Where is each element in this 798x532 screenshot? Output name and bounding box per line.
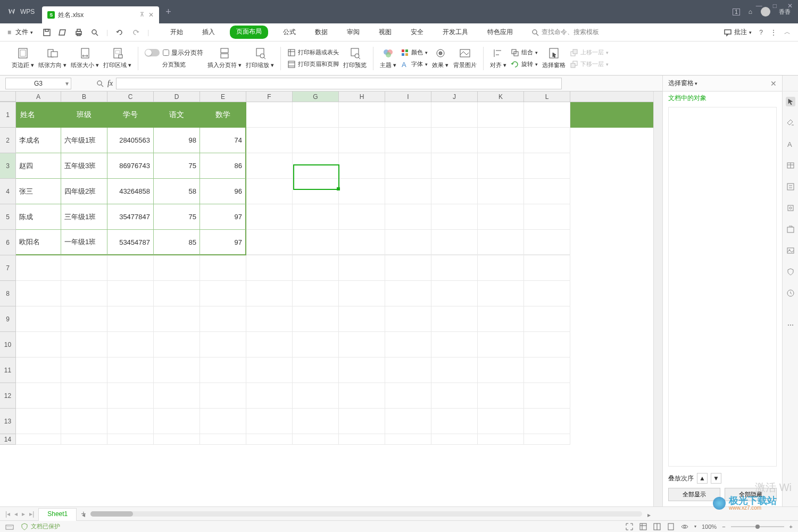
print-scale-button[interactable]: 打印缩放 ▾ — [246, 47, 274, 69]
hamburger-icon[interactable]: ≡ — [7, 29, 11, 36]
pin-icon[interactable]: ⊼ — [140, 11, 144, 19]
close-tab-icon[interactable]: ✕ — [148, 11, 154, 19]
fx-button[interactable]: fx — [107, 79, 113, 88]
align-button[interactable]: 对齐 ▾ — [490, 47, 506, 69]
more-dots-icon[interactable]: ⋯ — [786, 320, 795, 330]
properties-icon[interactable] — [786, 182, 795, 192]
eye-icon[interactable] — [680, 522, 689, 531]
insert-pagebreak-button[interactable]: 插入分页符 ▾ — [207, 47, 242, 69]
col-header-J[interactable]: J — [431, 92, 478, 102]
col-header-H[interactable]: H — [339, 92, 385, 102]
new-tab-button[interactable]: + — [165, 6, 171, 18]
sheet-prev-icon[interactable]: ◂ — [14, 510, 18, 518]
horizontal-scrollbar[interactable]: ◂ ▸ — [90, 511, 642, 517]
tab-data[interactable]: 数据 — [311, 26, 332, 39]
fullscreen-icon[interactable] — [625, 522, 634, 531]
scroll-thumb[interactable] — [90, 511, 133, 517]
tab-developer[interactable]: 开发工具 — [438, 26, 472, 39]
col-header-D[interactable]: D — [154, 92, 200, 102]
image-icon[interactable] — [786, 246, 795, 255]
chevron-down-icon[interactable]: ▾ — [695, 81, 697, 86]
pagebreak-preview-button[interactable]: 分页预览 — [145, 61, 203, 69]
row-header-14[interactable]: 14 — [0, 434, 16, 445]
show-pagebreak-checkbox[interactable] — [163, 49, 169, 56]
help-icon[interactable]: ? — [759, 29, 763, 36]
shield-icon[interactable] — [786, 267, 795, 277]
style-icon[interactable] — [786, 118, 795, 128]
col-header-B[interactable]: B — [61, 92, 107, 102]
zoom-fx-icon[interactable] — [96, 79, 104, 88]
row-header-7[interactable]: 7 — [0, 255, 16, 281]
header-id[interactable]: 学号 — [107, 102, 154, 128]
undo-icon[interactable] — [115, 28, 124, 37]
print-icon[interactable] — [74, 28, 83, 37]
row-header-12[interactable]: 12 — [0, 383, 16, 409]
redo-icon[interactable] — [131, 28, 140, 37]
rotate-button[interactable]: 旋转 ▾ — [511, 60, 538, 69]
col-header-A[interactable]: A — [16, 92, 61, 102]
print-preview-qat-icon[interactable] — [90, 28, 99, 37]
tab-special[interactable]: 特色应用 — [483, 26, 517, 39]
view-reading-icon[interactable] — [667, 522, 675, 531]
print-headerfooter-button[interactable]: 打印页眉和页脚 — [287, 60, 339, 69]
zoom-slider[interactable] — [731, 526, 784, 527]
tab-insert[interactable]: 插入 — [198, 26, 219, 39]
bg-image-button[interactable]: 背景图片 — [453, 47, 477, 69]
backup-icon[interactable] — [786, 225, 795, 234]
row-header-8[interactable]: 8 — [0, 281, 16, 306]
print-preview-button[interactable]: 打印预览 — [343, 47, 367, 69]
zoom-value[interactable]: 100% — [702, 523, 717, 530]
zoom-out-button[interactable]: − — [722, 523, 725, 530]
row-header-6[interactable]: 6 — [0, 230, 16, 255]
group-button[interactable]: 组合 ▾ — [511, 48, 538, 57]
tab-security[interactable]: 安全 — [406, 26, 428, 39]
move-up-button[interactable]: ▲ — [697, 473, 708, 484]
text-icon[interactable]: A — [786, 139, 795, 149]
collapse-ribbon-icon[interactable]: ︿ — [784, 28, 791, 37]
cursor-icon[interactable] — [786, 97, 795, 106]
sheet-next-icon[interactable]: ▸ — [22, 510, 25, 518]
row-header-13[interactable]: 13 — [0, 409, 16, 434]
margins-button[interactable]: 页边距 ▾ — [12, 47, 34, 69]
keyboard-icon[interactable] — [5, 522, 14, 531]
calendar-icon[interactable]: 1 — [733, 9, 740, 15]
scroll-left-icon[interactable]: ◂ — [82, 511, 85, 519]
fonts-button[interactable]: A 字体 ▾ — [401, 60, 428, 69]
row-header-3[interactable]: 3 — [0, 153, 16, 179]
sheet-tab-active[interactable]: Sheet1 — [38, 508, 77, 521]
col-header-I[interactable]: I — [385, 92, 431, 102]
select-all-corner[interactable] — [0, 92, 16, 102]
view-normal-icon[interactable] — [639, 522, 647, 531]
close-panel-icon[interactable]: ✕ — [770, 79, 777, 88]
print-titles-button[interactable]: 打印标题或表头 — [287, 48, 339, 57]
col-header-E[interactable]: E — [200, 92, 246, 102]
eye-dropdown[interactable]: ▾ — [694, 524, 696, 529]
minimize-icon[interactable]: — — [756, 2, 762, 10]
save-as-icon[interactable] — [59, 28, 67, 37]
send-backward-button[interactable]: 下移一层 ▾ — [570, 60, 609, 69]
theme-button[interactable]: 主题 ▾ — [380, 47, 396, 69]
more-icon[interactable]: ⋮ — [770, 29, 777, 36]
command-search[interactable]: 查找命令、搜索模板 — [531, 28, 599, 37]
row-header-5[interactable]: 5 — [0, 204, 16, 230]
sheet-last-icon[interactable]: ▸| — [29, 510, 34, 518]
doc-protected-indicator[interactable]: 文档已保护 — [20, 522, 60, 531]
chevron-down-icon[interactable]: ▾ — [65, 80, 69, 87]
header-name[interactable]: 姓名 — [16, 102, 61, 128]
move-down-button[interactable]: ▼ — [711, 473, 721, 484]
row-header-9[interactable]: 9 — [0, 306, 16, 332]
save-icon[interactable] — [43, 28, 51, 37]
tab-home[interactable]: 开始 — [166, 26, 187, 39]
zoom-in-button[interactable]: + — [789, 523, 793, 530]
row-header-10[interactable]: 10 — [0, 332, 16, 358]
name-box[interactable]: G3 ▾ — [5, 78, 71, 89]
vertical-scrollbar[interactable] — [653, 92, 662, 506]
wps-home-button[interactable]: WPS — [0, 0, 42, 23]
document-tab[interactable]: S 姓名.xlsx ⊼ ✕ — [42, 6, 159, 23]
tab-formulas[interactable]: 公式 — [279, 26, 300, 39]
row-header-1[interactable]: 1 — [0, 102, 16, 128]
tab-review[interactable]: 审阅 — [343, 26, 364, 39]
printarea-button[interactable]: 打印区域 ▾ — [103, 47, 131, 69]
col-header-L[interactable]: L — [524, 92, 570, 102]
selection-pane-body[interactable] — [668, 107, 777, 467]
